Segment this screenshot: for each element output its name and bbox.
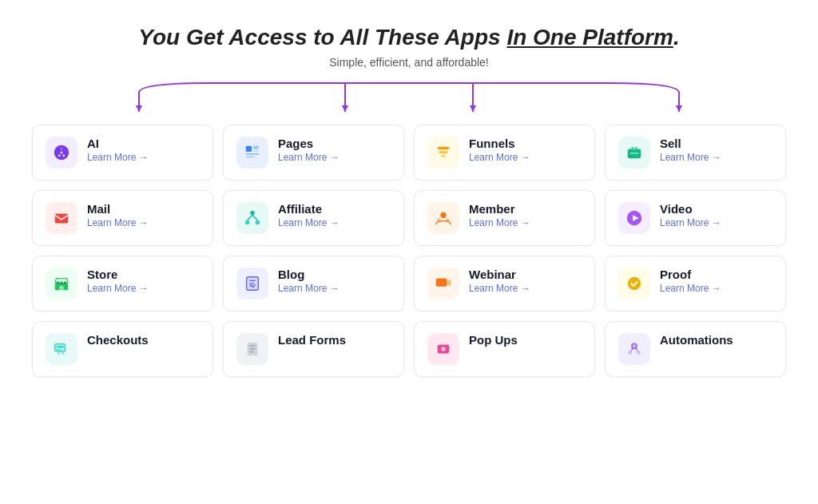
card-blog: BlogLearn More → [223, 256, 404, 312]
svg-rect-13 [246, 156, 255, 157]
svg-point-22 [250, 210, 255, 215]
ai-title: AI [87, 137, 149, 150]
lead-forms-icon [236, 333, 268, 365]
pages-icon [236, 137, 268, 169]
svg-marker-5 [342, 105, 348, 112]
sell-icon [618, 137, 650, 169]
ai-learn-more[interactable]: Learn More → [87, 152, 149, 163]
bracket-diagram [32, 77, 786, 118]
card-proof: ProofLearn More → [605, 256, 786, 312]
checkouts-icon [46, 333, 77, 365]
store-title: Store [87, 268, 149, 281]
svg-point-27 [440, 212, 446, 217]
svg-rect-21 [55, 213, 69, 223]
card-lead-forms: Lead Forms [223, 321, 404, 377]
pop-ups-title: Pop Ups [469, 333, 518, 347]
card-automations: Automations [605, 321, 786, 377]
svg-rect-9 [246, 145, 252, 151]
video-learn-more[interactable]: Learn More → [660, 217, 721, 228]
svg-point-34 [57, 281, 60, 284]
store-icon [46, 268, 77, 300]
affiliate-learn-more[interactable]: Learn More → [278, 217, 340, 228]
svg-marker-6 [470, 105, 476, 112]
funnels-learn-more[interactable]: Learn More → [469, 152, 530, 163]
svg-rect-47 [58, 351, 61, 355]
svg-rect-20 [630, 153, 639, 154]
lead-forms-title: Lead Forms [278, 333, 346, 347]
svg-line-26 [252, 215, 257, 220]
svg-line-25 [248, 215, 252, 220]
svg-line-60 [630, 348, 633, 351]
pop-ups-icon [427, 333, 459, 365]
card-member: MemberLearn More → [414, 190, 595, 246]
svg-point-35 [60, 281, 63, 284]
mail-learn-more[interactable]: Learn More → [87, 217, 149, 228]
proof-learn-more[interactable]: Learn More → [660, 283, 721, 294]
svg-rect-10 [253, 145, 259, 149]
funnels-title: Funnels [469, 137, 530, 150]
automations-title: Automations [660, 333, 733, 347]
webinar-icon [427, 268, 459, 300]
svg-rect-33 [59, 285, 64, 290]
svg-rect-48 [62, 351, 65, 355]
svg-rect-52 [249, 351, 253, 351]
affiliate-title: Affiliate [278, 202, 340, 216]
checkouts-title: Checkouts [87, 333, 149, 347]
card-mail: MailLearn More → [32, 190, 213, 246]
card-affiliate: AffiliateLearn More → [223, 190, 404, 246]
svg-rect-11 [253, 150, 259, 152]
apps-grid: AILearn More →PagesLearn More →FunnelsLe… [32, 125, 786, 377]
video-icon [618, 202, 650, 234]
svg-rect-18 [631, 146, 633, 150]
svg-rect-15 [439, 151, 448, 153]
proof-title: Proof [660, 268, 721, 281]
svg-point-36 [64, 281, 67, 284]
svg-rect-51 [249, 348, 255, 349]
ai-icon [46, 137, 77, 169]
svg-line-61 [636, 348, 638, 351]
video-title: Video [660, 202, 721, 216]
member-title: Member [469, 202, 530, 216]
svg-point-59 [637, 351, 641, 355]
svg-marker-7 [676, 105, 682, 112]
affiliate-icon [236, 202, 268, 234]
svg-rect-41 [436, 278, 447, 286]
svg-rect-50 [249, 345, 255, 346]
card-store: StoreLearn More → [32, 256, 213, 312]
card-pop-ups: Pop Ups [414, 321, 595, 377]
svg-rect-45 [57, 346, 64, 347]
blog-learn-more[interactable]: Learn More → [278, 283, 340, 294]
svg-point-23 [245, 220, 250, 224]
member-learn-more[interactable]: Learn More → [469, 217, 530, 228]
mail-title: Mail [87, 202, 149, 216]
svg-point-54 [441, 347, 446, 351]
svg-point-42 [628, 276, 641, 290]
proof-icon [618, 268, 650, 300]
svg-marker-4 [136, 105, 142, 112]
member-icon [427, 202, 459, 234]
svg-rect-14 [438, 146, 450, 149]
store-learn-more[interactable]: Learn More → [87, 283, 149, 294]
card-webinar: WebinarLearn More → [414, 256, 595, 312]
pages-title: Pages [278, 137, 340, 150]
svg-rect-19 [635, 146, 637, 150]
automations-icon [618, 333, 650, 365]
svg-rect-46 [57, 349, 62, 350]
sell-learn-more[interactable]: Learn More → [660, 152, 721, 163]
card-funnels: FunnelsLearn More → [414, 125, 595, 181]
mail-icon [46, 202, 77, 234]
svg-point-58 [628, 351, 632, 355]
sell-title: Sell [660, 137, 721, 150]
card-ai: AILearn More → [32, 125, 213, 181]
funnels-icon [427, 137, 459, 169]
card-video: VideoLearn More → [605, 190, 786, 246]
card-sell: SellLearn More → [605, 125, 786, 181]
card-checkouts: Checkouts [32, 321, 213, 377]
webinar-title: Webinar [469, 268, 530, 281]
webinar-learn-more[interactable]: Learn More → [469, 283, 530, 294]
svg-point-24 [256, 220, 260, 224]
card-pages: PagesLearn More → [223, 125, 404, 181]
page-subtitle: Simple, efficient, and affordable! [32, 56, 786, 69]
blog-icon [236, 268, 268, 300]
pages-learn-more[interactable]: Learn More → [278, 152, 340, 163]
